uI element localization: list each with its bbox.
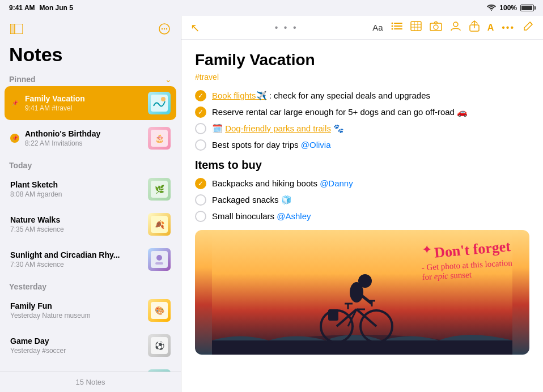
- checklist-item-3: 🗓️ Dog-friendly parks and trails 🐾: [195, 122, 529, 134]
- svg-rect-42: [212, 340, 512, 355]
- note-meta: 7:30 AM #science: [10, 261, 142, 269]
- svg-point-54: [358, 274, 372, 288]
- note-thumbnail: 🎂: [148, 127, 171, 150]
- svg-point-6: [164, 28, 165, 29]
- handwriting-overlay: ✦ Don't forget - Get photo at this locat…: [422, 241, 512, 280]
- battery-label: 100%: [499, 4, 517, 12]
- note-title: Game Day: [10, 336, 142, 346]
- back-arrow-button[interactable]: ↖: [190, 21, 200, 35]
- book-flights-link[interactable]: Book flights✈️: [212, 91, 267, 100]
- status-time: 9:41 AM: [9, 4, 35, 12]
- person-button[interactable]: [450, 20, 461, 35]
- pinned-label: Pinned: [9, 75, 36, 84]
- checkbox-6[interactable]: [195, 194, 206, 206]
- dog-parks-link[interactable]: Dog-friendly parks and trails: [225, 123, 331, 133]
- svg-point-29: [391, 28, 393, 30]
- note-item-aurora[interactable]: Aurora Borealis Yesterday Collisions wit…: [5, 364, 176, 372]
- note-thumbnail: [148, 92, 171, 114]
- notes-list: Pinned ⌄ 📌 Family Vacation 9:41 AM #trav…: [0, 70, 181, 372]
- app-container: Notes Pinned ⌄ 📌 Family Vacation 9:41 AM…: [0, 16, 543, 392]
- sidebar-header: [0, 16, 181, 41]
- svg-point-17: [156, 255, 162, 261]
- svg-rect-8: [151, 95, 168, 112]
- svg-rect-56: [328, 309, 338, 321]
- share-button[interactable]: [469, 20, 480, 35]
- svg-point-25: [391, 23, 393, 24]
- table-button[interactable]: [410, 21, 422, 34]
- note-item-plant-sketch[interactable]: Plant Sketch 8:08 AM #garden 🌿: [5, 172, 176, 206]
- checkbox-3[interactable]: [195, 123, 206, 134]
- svg-point-0: [491, 10, 492, 11]
- mention-olivia: @Olivia: [301, 140, 331, 150]
- note-title: Family Fun: [10, 301, 142, 310]
- checklist-item-4: Best spots for day trips @Olivia: [195, 139, 529, 151]
- note-meta: Yesterday #soccer: [10, 347, 142, 355]
- checkbox-2[interactable]: ✓: [195, 106, 206, 118]
- window-dots: • • •: [207, 23, 366, 33]
- checklist-item-7: Small binoculars @Ashley: [195, 210, 529, 222]
- sidebar-toggle-button[interactable]: [9, 23, 24, 38]
- font-button[interactable]: Aa: [372, 23, 383, 32]
- yesterday-section-header: Yesterday: [5, 278, 176, 293]
- checklist-text-1: Book flights✈️ : check for any special d…: [212, 90, 430, 101]
- status-day: Mon Jun 5: [40, 4, 73, 12]
- checkbox-5[interactable]: ✓: [195, 178, 206, 189]
- more-options-button[interactable]: [157, 22, 172, 39]
- list-button[interactable]: [391, 21, 402, 34]
- battery-icon: [520, 5, 534, 11]
- more-button[interactable]: •••: [502, 23, 515, 33]
- notes-count: 15 Notes: [0, 372, 181, 392]
- mention-danny: @Danny: [320, 178, 353, 188]
- note-item-birthday[interactable]: 📌 Anthonio's Birthday 8:22 AM Invitation…: [5, 121, 176, 155]
- note-item-nature-walks[interactable]: Nature Walks 7:35 AM #science 🍂: [5, 207, 176, 241]
- note-thumbnail: ⚽: [148, 334, 171, 357]
- checkbox-1[interactable]: ✓: [195, 90, 206, 101]
- svg-rect-26: [394, 23, 402, 24]
- note-item-game-day[interactable]: Game Day Yesterday #soccer ⚽: [5, 329, 176, 363]
- checkbox-4[interactable]: [195, 139, 206, 151]
- sidebar: Notes Pinned ⌄ 📌 Family Vacation 9:41 AM…: [0, 16, 181, 392]
- svg-rect-30: [394, 28, 402, 29]
- svg-point-7: [166, 28, 167, 29]
- compose-button[interactable]: [523, 20, 534, 35]
- checklist-item-1: ✓ Book flights✈️ : check for any special…: [195, 90, 529, 101]
- note-thumbnail: 🍂: [148, 213, 171, 236]
- svg-point-9: [161, 97, 166, 101]
- note-title: Family Vacation: [25, 94, 142, 103]
- wifi-icon: [487, 4, 496, 12]
- checklist-text-5: Backpacks and hiking boots @Danny: [212, 177, 353, 189]
- note-meta: Yesterday Nature museum: [10, 312, 142, 319]
- note-title: Plant Sketch: [10, 180, 142, 189]
- handwriting-line1: Don't forget: [434, 238, 511, 262]
- svg-rect-31: [411, 22, 421, 31]
- checklist-item-5: ✓ Backpacks and hiking boots @Danny: [195, 177, 529, 189]
- note-hashtag: #travel: [195, 73, 529, 82]
- checklist-text-6: Packaged snacks 🧊: [212, 194, 292, 206]
- yesterday-label: Yesterday: [9, 282, 46, 291]
- text-format-button[interactable]: A: [487, 23, 494, 33]
- checkbox-7[interactable]: [195, 211, 206, 222]
- note-item-family-fun[interactable]: Family Fun Yesterday Nature museum 🎨: [5, 293, 176, 327]
- note-image: ✦ Don't forget - Get photo at this locat…: [195, 230, 529, 355]
- svg-text:🎨: 🎨: [155, 306, 165, 316]
- camera-button[interactable]: [430, 21, 442, 34]
- status-left: 9:41 AM Mon Jun 5: [9, 4, 73, 12]
- checklist-text-4: Best spots for day trips @Olivia: [212, 139, 330, 151]
- pin-icon: 📌: [10, 99, 19, 108]
- note-meta: 7:35 AM #science: [10, 225, 142, 233]
- mention-ashley: @Ashley: [277, 211, 311, 221]
- checklist-text-3: 🗓️ Dog-friendly parks and trails 🐾: [212, 122, 344, 134]
- svg-point-37: [434, 25, 438, 29]
- checklist-item-2: ✓ Reserve rental car large enough for 5+…: [195, 106, 529, 118]
- detail-panel: ↖ • • • Aa: [181, 16, 543, 392]
- pinned-chevron-icon[interactable]: ⌄: [165, 75, 172, 84]
- checklist-item-6: Packaged snacks 🧊: [195, 194, 529, 206]
- note-item-family-vacation[interactable]: 📌 Family Vacation 9:41 AM #travel: [5, 86, 176, 120]
- today-section-header: Today: [5, 156, 176, 172]
- note-title: Nature Walks: [10, 215, 142, 224]
- note-item-sunlight[interactable]: Sunlight and Circadian Rhy... 7:30 AM #s…: [5, 242, 176, 276]
- svg-point-38: [453, 22, 458, 27]
- today-label: Today: [9, 161, 32, 170]
- note-thumbnail: [148, 248, 171, 271]
- handwriting-line2: - Get photo at this locationfor epic sun…: [421, 258, 513, 282]
